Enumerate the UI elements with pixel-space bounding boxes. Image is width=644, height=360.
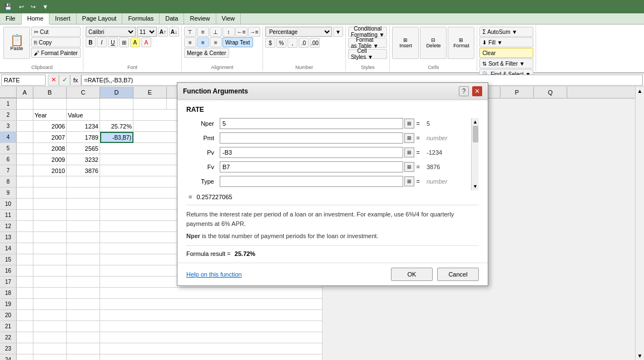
format-btn[interactable]: ⊞ Format xyxy=(448,27,474,59)
insert-btn[interactable]: ⊞ Insert xyxy=(392,27,419,59)
arg-input-type[interactable] xyxy=(220,176,403,187)
arg-ref-btn-nper[interactable]: ⊞ xyxy=(404,119,414,129)
row-header-11[interactable]: 11 xyxy=(0,210,17,221)
row-header-6[interactable]: 6 xyxy=(0,154,17,165)
col-header-A[interactable]: A xyxy=(17,87,33,98)
currency-btn[interactable]: $ xyxy=(265,38,275,48)
font-name-select[interactable]: Calibri xyxy=(86,27,136,37)
increase-font-btn[interactable]: A↑ xyxy=(158,27,168,37)
number-format-expand-btn[interactable]: ▼ xyxy=(333,27,343,37)
tab-insert[interactable]: Insert xyxy=(49,13,77,24)
cell-A7[interactable] xyxy=(17,165,33,176)
text-direction-btn[interactable]: ↕ xyxy=(222,27,235,37)
row-header-17[interactable]: 17 xyxy=(0,277,17,288)
row-header-13[interactable]: 13 xyxy=(0,232,17,243)
row-header-1[interactable]: 1 xyxy=(0,98,17,110)
name-box[interactable] xyxy=(1,75,46,86)
save-quick-btn[interactable]: 💾 xyxy=(2,2,14,12)
row-header-5[interactable]: 5 xyxy=(0,143,17,154)
sort-filter-btn[interactable]: ⇅ Sort & Filter ▼ xyxy=(479,58,533,68)
dialog-scroll-down[interactable]: ▼ xyxy=(473,184,478,189)
arg-input-pmt[interactable] xyxy=(220,132,403,144)
undo-quick-btn[interactable]: ↩ xyxy=(17,2,26,12)
tab-page-layout[interactable]: Page Layout xyxy=(77,13,123,24)
font-color-btn[interactable]: A xyxy=(141,37,151,47)
cell-D1[interactable] xyxy=(100,98,133,110)
arg-ref-btn-fv[interactable]: ⊞ xyxy=(404,162,414,172)
row-header-4[interactable]: 4 xyxy=(0,132,17,143)
fill-btn[interactable]: ⬇ Fill ▼ xyxy=(479,37,533,47)
row-header-8[interactable]: 8 xyxy=(0,176,17,188)
cell-B6[interactable]: 2009 xyxy=(33,154,67,165)
cell-B4[interactable]: 2007 xyxy=(33,132,67,143)
cell-E1[interactable] xyxy=(133,98,167,110)
cell-C2[interactable]: Value xyxy=(67,110,100,121)
number-format-select[interactable]: Percentage xyxy=(265,27,332,37)
cell-A4[interactable] xyxy=(17,132,33,143)
help-link[interactable]: Help on this function xyxy=(186,271,242,278)
align-right-btn[interactable]: ≡ xyxy=(210,37,222,47)
accept-formula-btn[interactable]: ✓ xyxy=(59,75,70,86)
cell-A1[interactable] xyxy=(17,98,33,110)
row-header-3[interactable]: 3 xyxy=(0,121,17,132)
tab-review[interactable]: Review xyxy=(184,13,216,24)
col-header-Q[interactable]: Q xyxy=(534,87,567,98)
cancel-formula-btn[interactable]: ✕ xyxy=(48,75,59,86)
tab-data[interactable]: Data xyxy=(160,13,184,24)
cell-D4[interactable]: -B3,B7) xyxy=(100,132,133,143)
align-top-btn[interactable]: ⊤ xyxy=(184,27,196,37)
cell-B3[interactable]: 2006 xyxy=(33,121,67,132)
cell-C3[interactable]: 1234 xyxy=(67,121,100,132)
decrease-font-btn[interactable]: A↓ xyxy=(169,27,179,37)
font-size-select[interactable]: 11 xyxy=(137,27,157,37)
copy-btn[interactable]: ⎘ Copy xyxy=(31,37,81,47)
cell-C5[interactable]: 2565 xyxy=(67,143,100,154)
cell-A2[interactable] xyxy=(17,110,33,121)
cut-btn[interactable]: ✂ Cut xyxy=(31,27,81,37)
italic-btn[interactable]: I xyxy=(97,37,107,47)
arg-input-nper[interactable] xyxy=(220,118,403,129)
insert-function-btn[interactable]: fx xyxy=(70,75,81,86)
cell-B5[interactable]: 2008 xyxy=(33,143,67,154)
conditional-formatting-btn[interactable]: ConditionalFormatting ▼ xyxy=(348,27,387,37)
increase-decimal-btn[interactable]: .00 xyxy=(310,38,320,48)
row-header-7[interactable]: 7 xyxy=(0,165,17,176)
cell-B1[interactable] xyxy=(33,98,67,110)
align-middle-btn[interactable]: ≡ xyxy=(197,27,209,37)
cell-A3[interactable] xyxy=(17,121,33,132)
col-header-C[interactable]: C xyxy=(67,87,100,98)
tab-view[interactable]: View xyxy=(216,13,241,24)
indent-decrease-btn[interactable]: ←≡ xyxy=(235,27,247,37)
paste-button[interactable]: 📋 Paste xyxy=(3,27,30,59)
customize-quick-btn[interactable]: ▼ xyxy=(40,2,51,12)
dialog-cancel-btn[interactable]: Cancel xyxy=(437,268,479,281)
arg-ref-btn-type[interactable]: ⊞ xyxy=(404,176,414,186)
dialog-ok-btn[interactable]: OK xyxy=(391,268,433,281)
row-header-10[interactable]: 10 xyxy=(0,199,17,210)
dialog-args-scrollbar[interactable]: ▲ ▼ xyxy=(471,118,479,190)
tab-home[interactable]: Home xyxy=(22,13,49,24)
delete-btn[interactable]: ⊟ Delete xyxy=(420,27,447,59)
align-left-btn[interactable]: ≡ xyxy=(184,37,196,47)
row-header-12[interactable]: 12 xyxy=(0,221,17,232)
align-bottom-btn[interactable]: ⊥ xyxy=(210,27,222,37)
tab-file[interactable]: File xyxy=(0,13,22,24)
underline-btn[interactable]: U xyxy=(108,37,118,47)
merge-center-btn[interactable]: Merge & Center xyxy=(184,48,229,58)
border-btn[interactable]: ⊞ xyxy=(119,37,129,47)
row-header-2[interactable]: 2 xyxy=(0,110,17,121)
format-painter-btn[interactable]: 🖌 Format Painter xyxy=(31,48,81,58)
arg-ref-btn-pv[interactable]: ⊞ xyxy=(404,147,414,157)
row-header-15[interactable]: 15 xyxy=(0,254,17,265)
cell-B7[interactable]: 2010 xyxy=(33,165,67,176)
cell-C1[interactable] xyxy=(67,98,100,110)
scroll-up-btn[interactable]: ▲ xyxy=(637,87,643,95)
comma-btn[interactable]: , xyxy=(288,38,298,48)
cell-B2[interactable]: Year xyxy=(33,110,67,121)
col-header-D[interactable]: D xyxy=(100,87,133,98)
fill-color-btn[interactable]: A xyxy=(130,37,140,47)
tab-formulas[interactable]: Formulas xyxy=(122,13,160,24)
col-header-B[interactable]: B xyxy=(33,87,67,98)
cell-A5[interactable] xyxy=(17,143,33,154)
percent-btn[interactable]: % xyxy=(276,38,286,48)
